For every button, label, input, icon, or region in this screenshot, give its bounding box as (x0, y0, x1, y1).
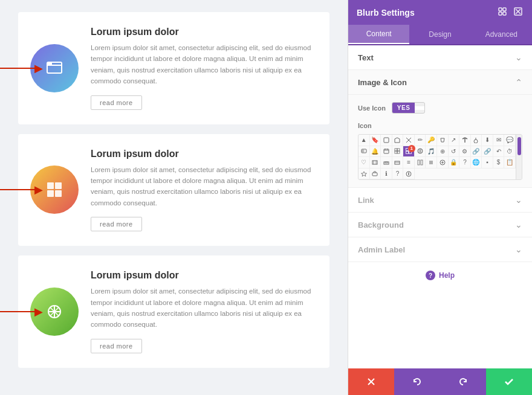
icon-cell[interactable]: ⏱ (504, 146, 516, 158)
icon-grid-label: Icon (358, 122, 522, 129)
icon-cell[interactable]: 🔗 (471, 146, 482, 158)
svg-rect-51 (421, 160, 423, 165)
blurb-icon-1 (45, 59, 64, 78)
icon-cell[interactable] (437, 135, 449, 146)
use-icon-toggle[interactable]: YES (392, 102, 426, 114)
svg-rect-6 (55, 190, 62, 197)
icon-cell[interactable] (471, 135, 482, 146)
icon-cell[interactable]: ? (459, 157, 471, 169)
icon-cell[interactable]: ⬇ (482, 135, 493, 146)
icon-cell[interactable] (381, 146, 392, 158)
icon-cell[interactable]: ↗ (449, 135, 460, 146)
read-more-btn-3[interactable]: read more (91, 339, 142, 353)
arrow-indicator-1: ▶ (0, 62, 43, 75)
svg-rect-47 (385, 162, 388, 163)
icon-cell-selected[interactable] (403, 146, 415, 158)
read-more-btn-1[interactable]: read more (91, 95, 142, 110)
section-admin-label[interactable]: Admin Label ⌄ (348, 237, 532, 262)
icon-cell[interactable] (381, 157, 392, 169)
icon-grid: ▲ 🔖 ✏ 🔑 ↗ (358, 135, 516, 179)
svg-rect-3 (47, 182, 54, 189)
undo-button[interactable] (394, 368, 440, 395)
icon-cell[interactable]: 📋 (504, 157, 516, 169)
cancel-button[interactable] (348, 368, 394, 395)
icon-cell[interactable]: ≡ (403, 157, 415, 169)
tab-design[interactable]: Design (409, 25, 470, 44)
redo-button[interactable] (440, 368, 486, 395)
section-image-icon-chevron: ⌄ (515, 77, 522, 87)
icon-cell[interactable]: ⊕ (437, 146, 449, 158)
section-text-chevron: ⌄ (515, 53, 522, 62)
icon-cell[interactable] (392, 135, 404, 146)
action-bar (348, 368, 532, 395)
icon-cell[interactable] (415, 157, 426, 169)
icon-cell[interactable]: ↺ (449, 146, 460, 158)
icon-cell[interactable]: 🌐 (471, 157, 482, 169)
icon-cell[interactable] (459, 135, 471, 146)
toggle-no[interactable] (415, 106, 424, 110)
icon-cell[interactable] (437, 157, 449, 169)
settings-resize-icon[interactable] (497, 6, 508, 19)
section-image-icon-label: Image & Icon (358, 78, 407, 87)
icon-cell[interactable]: 🔒 (449, 157, 460, 169)
section-text-label: Text (358, 53, 374, 62)
section-text[interactable]: Text ⌄ (348, 45, 532, 70)
section-background[interactable]: Background ⌄ (348, 213, 532, 237)
icon-cell[interactable]: ♡ (358, 157, 370, 169)
help-text[interactable]: Help (439, 271, 455, 280)
icon-cell[interactable]: ▪ (482, 157, 493, 169)
icon-scrollbar[interactable] (516, 135, 522, 179)
read-more-btn-2[interactable]: read more (91, 217, 142, 231)
icon-cell[interactable] (392, 157, 404, 169)
blurb-text-1: Lorem ipsum dolor sit amet, consectetur … (91, 42, 317, 87)
icon-cell[interactable] (426, 157, 437, 169)
svg-rect-5 (47, 190, 54, 197)
settings-tabs: Content Design Advanced (348, 25, 532, 45)
blurb-title-2: Lorum ipsum dolor (91, 149, 317, 159)
icon-cell[interactable]: ⚙ (459, 146, 471, 158)
tab-advanced[interactable]: Advanced (471, 25, 532, 44)
section-image-icon-header[interactable]: Image & Icon ⌄ (348, 70, 532, 95)
icon-cell[interactable] (370, 169, 381, 180)
icon-cell[interactable]: ▲ (358, 135, 370, 146)
blurb-text-2: Lorem ipsum dolor sit amet, consectetur … (91, 164, 317, 209)
icon-cell[interactable]: 🔔 (370, 146, 381, 158)
section-link[interactable]: Link ⌄ (348, 188, 532, 213)
icon-cell[interactable] (358, 146, 370, 158)
blurb-icon-2 (45, 180, 64, 199)
icon-cell[interactable]: ↶ (493, 146, 505, 158)
icon-cell[interactable]: ✉ (493, 135, 505, 146)
icon-cell[interactable]: ? (392, 169, 404, 180)
svg-rect-36 (397, 151, 400, 153)
icon-cell[interactable] (358, 169, 370, 180)
svg-rect-37 (406, 149, 409, 151)
save-button[interactable] (486, 368, 532, 395)
section-admin-label-label: Admin Label (358, 245, 405, 254)
help-row: ? Help (348, 262, 532, 289)
settings-close-icon[interactable] (513, 6, 524, 19)
icon-cell[interactable] (403, 135, 415, 146)
blurb-icon-3 (45, 302, 64, 321)
icon-cell[interactable]: $ (493, 157, 505, 169)
icon-cell[interactable] (370, 157, 381, 169)
svg-rect-13 (503, 8, 506, 11)
icon-cell[interactable]: 💬 (504, 135, 516, 146)
svg-point-25 (474, 140, 478, 143)
svg-rect-4 (55, 182, 62, 189)
svg-rect-50 (418, 160, 420, 165)
icon-cell[interactable]: 🔗 (482, 146, 493, 158)
icon-cell[interactable] (415, 146, 426, 158)
icon-cell[interactable] (392, 146, 404, 158)
icon-cell[interactable]: ✏ (415, 135, 426, 146)
tab-content[interactable]: Content (348, 25, 409, 44)
icon-cell[interactable] (381, 135, 392, 146)
icon-cell[interactable]: 🎵 (426, 146, 437, 158)
icon-cell[interactable]: 🔖 (370, 135, 381, 146)
icon-cell[interactable] (403, 169, 415, 180)
svg-rect-19 (384, 138, 389, 143)
icon-cell[interactable]: 🔑 (426, 135, 437, 146)
svg-rect-15 (503, 12, 506, 15)
toggle-yes[interactable]: YES (392, 103, 415, 113)
icon-cell[interactable]: ℹ (381, 169, 392, 180)
blurb-content-2: Lorum ipsum dolor Lorem ipsum dolor sit … (91, 149, 317, 232)
